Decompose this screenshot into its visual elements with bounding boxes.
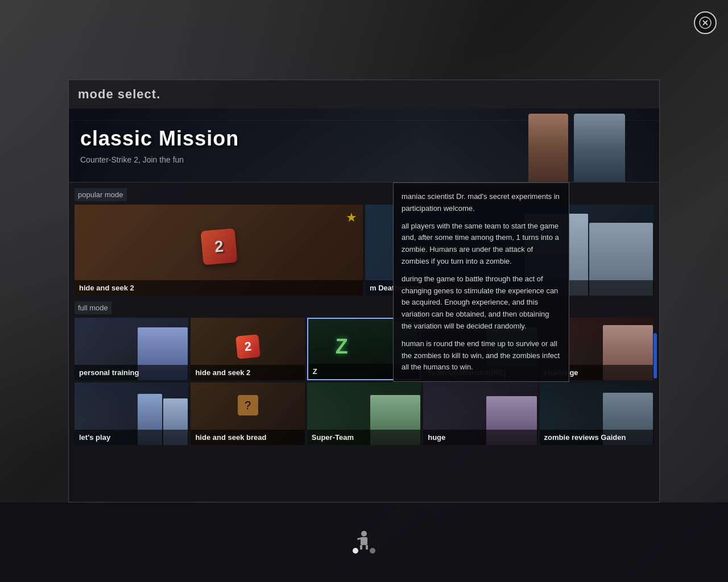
full-card-hide-seek-2[interactable]: 2 hide and seek 2	[191, 318, 304, 380]
full-card-label-2: hide and seek 2	[191, 365, 304, 380]
close-button[interactable]	[694, 11, 717, 34]
full-card-hide-seek-bread[interactable]: ? hide and seek bread	[191, 383, 304, 445]
full-card-label-1: personal training	[75, 365, 188, 380]
tooltip-p4: human is round the end time up to surviv…	[402, 338, 561, 373]
mode-title-text: mode select.	[78, 87, 160, 101]
main-panel: mode select. classic Mission Counter-Str…	[68, 80, 660, 502]
popular-card-hide-seek-2[interactable]: 2 ★ hide and seek 2	[75, 205, 363, 296]
full-card-personal-training[interactable]: personal training	[75, 318, 188, 380]
hero-text-area: classic Mission Counter-Strike 2, Join t…	[80, 127, 239, 164]
full-card-label-7: hide and seek bread	[191, 430, 304, 445]
hero-subtitle: Counter-Strike 2, Join the fun	[80, 155, 239, 164]
hero-title: classic Mission	[80, 127, 239, 151]
popular-mode-label: popular mode	[75, 188, 127, 201]
full-card-lets-play[interactable]: let's play	[75, 383, 188, 445]
hide-seek-badge: 2	[200, 228, 237, 265]
full-card-huge[interactable]: huge	[423, 383, 537, 445]
pagination-dot-1[interactable]	[353, 548, 358, 554]
hero-char-2	[574, 114, 625, 182]
tooltip-p1: maniac scientist Dr. mad's secret experi…	[402, 191, 561, 215]
full-card-label-8: Super-Team	[307, 430, 421, 445]
full-card-label-6: let's play	[75, 430, 188, 445]
tooltip-p3: during the game to battle through the ac…	[402, 273, 561, 332]
full-card-label-9: huge	[423, 430, 537, 445]
pagination-dot-2[interactable]	[370, 548, 375, 554]
star-decoration: ★	[346, 210, 357, 225]
card-icon-badge: 2	[202, 230, 236, 264]
hero-banner: classic Mission Counter-Strike 2, Join t…	[69, 109, 659, 182]
right-scrollbar[interactable]	[653, 333, 657, 379]
mode-title-bar: mode select.	[69, 80, 659, 109]
content-area[interactable]: popular mode 2 ★ hide and seek 2	[69, 182, 659, 502]
hero-characters	[528, 109, 625, 182]
full-card-zombie-reviews[interactable]: zombie reviews Gaiden	[540, 383, 653, 445]
tooltip-overlay: maniac scientist Dr. mad's secret experi…	[393, 182, 569, 382]
full-card-super-team[interactable]: Super-Team	[307, 383, 421, 445]
full-card-label-10: zombie reviews Gaiden	[540, 430, 653, 445]
bottom-bar	[0, 502, 728, 582]
popular-card-label-1: hide and seek 2	[75, 280, 363, 296]
pagination	[353, 548, 375, 554]
svg-point-3	[361, 531, 367, 537]
hero-char-1	[528, 114, 568, 182]
full-mode-label: full mode	[75, 301, 111, 314]
tooltip-p2: all players with the same team to start …	[402, 221, 561, 268]
z-badge: Z	[336, 335, 348, 359]
